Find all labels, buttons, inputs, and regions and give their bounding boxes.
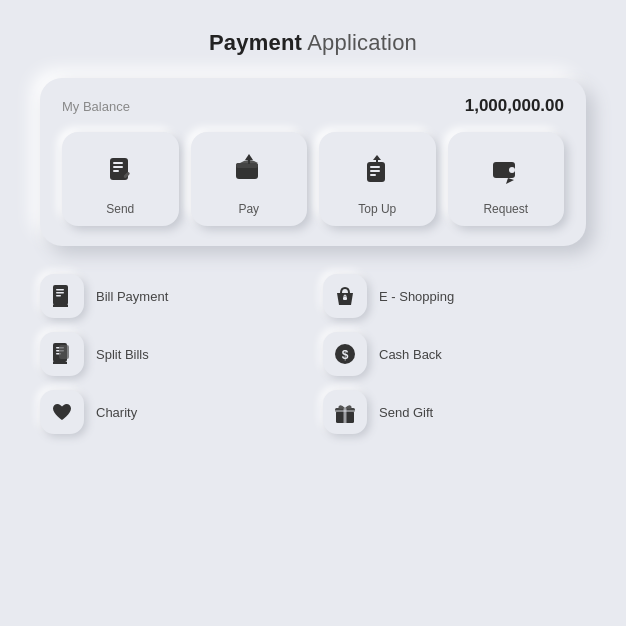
svg-rect-18 [56, 289, 64, 291]
send-icon [96, 146, 144, 194]
svg-rect-32 [335, 410, 355, 412]
send-gift-icon [323, 390, 367, 434]
request-button[interactable]: Request [448, 132, 565, 226]
send-gift-label: Send Gift [379, 405, 433, 420]
page-title: Payment Application [209, 30, 417, 56]
svg-rect-20 [56, 295, 61, 297]
cash-back-icon: $ [323, 332, 367, 376]
cash-back-item[interactable]: $ Cash Back [323, 332, 586, 376]
svg-rect-2 [113, 166, 123, 168]
send-label: Send [106, 202, 134, 216]
balance-card: My Balance 1,000,000.00 Send [40, 78, 586, 246]
e-shopping-item[interactable]: E - Shopping [323, 274, 586, 318]
actions-row: Send Pay [62, 132, 564, 226]
svg-rect-26 [59, 345, 69, 359]
svg-rect-11 [370, 170, 380, 172]
svg-rect-3 [113, 170, 119, 172]
svg-rect-8 [248, 159, 250, 164]
svg-rect-17 [53, 285, 68, 305]
bill-payment-icon [40, 274, 84, 318]
svg-rect-1 [113, 162, 123, 164]
pay-label: Pay [238, 202, 259, 216]
topup-label: Top Up [358, 202, 396, 216]
topup-button[interactable]: Top Up [319, 132, 436, 226]
svg-rect-12 [370, 174, 376, 176]
e-shopping-icon [323, 274, 367, 318]
balance-amount: 1,000,000.00 [465, 96, 564, 116]
svg-text:$: $ [342, 348, 349, 362]
charity-icon [40, 390, 84, 434]
e-shopping-label: E - Shopping [379, 289, 454, 304]
charity-item[interactable]: Charity [40, 390, 303, 434]
services-grid: Bill Payment E - Shopping [40, 274, 586, 434]
svg-rect-14 [376, 159, 378, 164]
request-label: Request [483, 202, 528, 216]
svg-rect-6 [236, 163, 258, 168]
send-gift-item[interactable]: Send Gift [323, 390, 586, 434]
send-button[interactable]: Send [62, 132, 179, 226]
bill-payment-item[interactable]: Bill Payment [40, 274, 303, 318]
split-bills-label: Split Bills [96, 347, 149, 362]
split-bills-icon [40, 332, 84, 376]
svg-rect-10 [370, 166, 380, 168]
bill-payment-label: Bill Payment [96, 289, 168, 304]
request-icon [482, 146, 530, 194]
charity-label: Charity [96, 405, 137, 420]
topup-icon [353, 146, 401, 194]
svg-rect-21 [343, 297, 347, 300]
split-bills-item[interactable]: Split Bills [40, 332, 303, 376]
pay-button[interactable]: Pay [191, 132, 308, 226]
cash-back-label: Cash Back [379, 347, 442, 362]
balance-label: My Balance [62, 99, 130, 114]
svg-point-16 [509, 167, 515, 173]
pay-icon [225, 146, 273, 194]
svg-rect-19 [56, 292, 64, 294]
